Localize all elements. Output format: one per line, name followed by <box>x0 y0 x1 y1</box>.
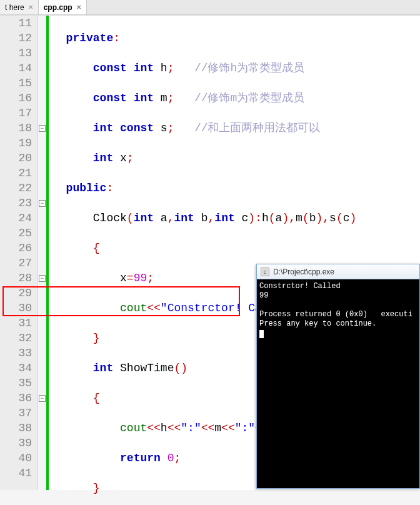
tab-label: t here <box>5 3 24 12</box>
line-number: 32 <box>0 331 32 346</box>
line-number: 37 <box>0 406 32 421</box>
line-number: 39 <box>0 436 32 451</box>
line-number: 22 <box>0 181 32 196</box>
line-number: 29 <box>0 286 32 301</box>
code-line: int const s; //和上面两种用法都可以 <box>52 121 420 136</box>
tab-left-partial[interactable]: t here ✕ <box>0 0 39 14</box>
line-number: 38 <box>0 421 32 436</box>
line-number: 35 <box>0 376 32 391</box>
console-window[interactable]: c D:\Project\cpp.exe Constrctor! Called … <box>256 264 420 489</box>
line-number: 21 <box>0 166 32 181</box>
console-cursor <box>259 330 264 338</box>
code-line: Clock(int a,int b,int c):h(a),m(b),s(c) <box>52 211 420 226</box>
fold-toggle-icon[interactable]: − <box>39 275 46 282</box>
line-number: 12 <box>0 31 32 46</box>
line-number-gutter: 11 12 13 14 15 16 17 18 19 20 21 22 23 2… <box>0 16 38 490</box>
line-number: 25 <box>0 226 32 241</box>
fold-margin: − − − − <box>38 16 49 490</box>
code-line: public: <box>52 181 420 196</box>
line-number: 17 <box>0 106 32 121</box>
line-number: 18 <box>0 121 32 136</box>
console-titlebar[interactable]: c D:\Project\cpp.exe <box>257 264 419 279</box>
line-number: 27 <box>0 256 32 271</box>
code-line: const int h; //修饰h为常类型成员 <box>52 61 420 76</box>
code-line: const int m; //修饰m为常类型成员 <box>52 91 420 106</box>
line-number: 34 <box>0 361 32 376</box>
console-output: Constrctor! Called 99 Process returned 0… <box>257 279 419 341</box>
line-number: 13 <box>0 46 32 61</box>
line-number: 36 <box>0 391 32 406</box>
line-number: 14 <box>0 61 32 76</box>
fold-toggle-icon[interactable]: − <box>39 200 46 207</box>
line-number: 19 <box>0 136 32 151</box>
code-line: int x; <box>52 151 420 166</box>
fold-toggle-icon[interactable]: − <box>39 125 46 132</box>
tab-bar: t here ✕ cpp.cpp ✕ <box>0 0 420 15</box>
line-number: 15 <box>0 76 32 91</box>
tab-cpp-active[interactable]: cpp.cpp ✕ <box>39 0 87 14</box>
code-line: private: <box>52 31 420 46</box>
close-icon[interactable]: ✕ <box>28 4 33 11</box>
console-title-text: D:\Project\cpp.exe <box>273 268 334 276</box>
line-number: 41 <box>0 466 32 481</box>
line-number: 16 <box>0 91 32 106</box>
line-number: 23 <box>0 196 32 211</box>
tab-label: cpp.cpp <box>44 3 72 12</box>
code-line: { <box>52 241 420 256</box>
line-number: 26 <box>0 241 32 256</box>
line-number: 33 <box>0 346 32 361</box>
line-number: 20 <box>0 151 32 166</box>
line-number: 24 <box>0 211 32 226</box>
console-app-icon: c <box>261 268 269 276</box>
line-number: 30 <box>0 301 32 316</box>
line-number: 40 <box>0 451 32 466</box>
line-number: 28 <box>0 271 32 286</box>
line-number: 31 <box>0 316 32 331</box>
close-icon[interactable]: ✕ <box>76 4 81 11</box>
fold-toggle-icon[interactable]: − <box>39 395 46 402</box>
line-number: 11 <box>0 16 32 31</box>
